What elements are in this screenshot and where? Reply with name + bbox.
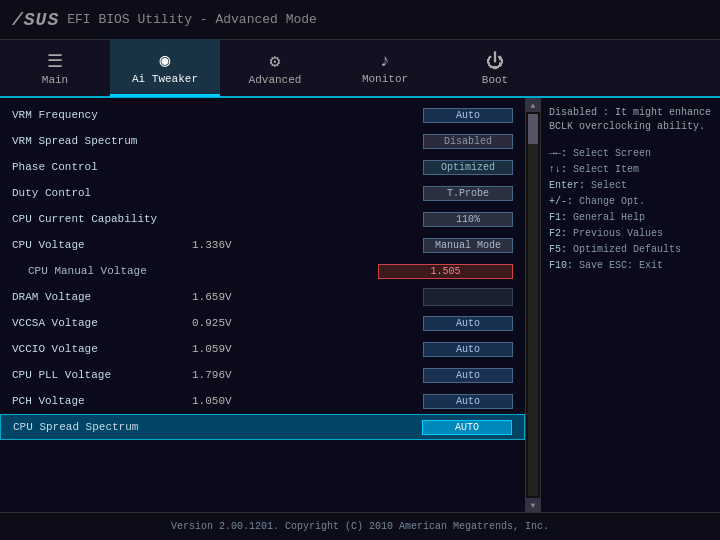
ctrl-input-6[interactable] (378, 264, 513, 279)
key-help-item-1: ↑↓: Select Item (549, 162, 712, 178)
row-value-7: 1.659V (192, 291, 252, 303)
row-value-10: 1.796V (192, 369, 252, 381)
bios-row-8[interactable]: VCCSA Voltage 0.925V Auto (0, 310, 525, 336)
row-label-9: VCCIO Voltage (12, 343, 192, 355)
row-control-0: Auto (423, 108, 513, 123)
key-3: +/-: (549, 196, 573, 207)
key-4: F1: (549, 212, 567, 223)
bios-row-2[interactable]: Phase Control Optimized (0, 154, 525, 180)
ctrl-btn-1[interactable]: Disabled (423, 134, 513, 149)
nav-tab-advanced[interactable]: ⚙ Advanced (220, 39, 330, 97)
key-6: F5: (549, 244, 567, 255)
bios-row-0[interactable]: VRM Frequency Auto (0, 102, 525, 128)
boot-icon: ⏻ (486, 51, 504, 72)
bios-row-5[interactable]: CPU Voltage 1.336V Manual Mode (0, 232, 525, 258)
ctrl-btn-3[interactable]: T.Probe (423, 186, 513, 201)
row-control-1: Disabled (423, 134, 513, 149)
nav-tab-main[interactable]: ☰ Main (0, 39, 110, 97)
row-control-4: 110% (423, 212, 513, 227)
row-value-5: 1.336V (192, 239, 252, 251)
bios-row-12[interactable]: CPU Spread Spectrum AUTO (0, 414, 525, 440)
bios-row-1[interactable]: VRM Spread Spectrum Disabled (0, 128, 525, 154)
ctrl-btn-4[interactable]: 110% (423, 212, 513, 227)
scroll-up-button[interactable]: ▲ (526, 98, 540, 112)
ctrl-btn-8[interactable]: Auto (423, 316, 513, 331)
ctrl-empty-7 (423, 288, 513, 306)
boot-label: Boot (482, 74, 508, 86)
key-help-item-3: +/-: Change Opt. (549, 194, 712, 210)
row-label-11: PCH Voltage (12, 395, 192, 407)
key-help-item-5: F2: Previous Values (549, 226, 712, 242)
row-label-4: CPU Current Capability (12, 213, 192, 225)
row-control-12: AUTO (422, 420, 512, 435)
row-control-11: Auto (423, 394, 513, 409)
nav-tab-monitor[interactable]: ♪ Monitor (330, 39, 440, 97)
key-1: ↑↓: (549, 164, 567, 175)
row-control-3: T.Probe (423, 186, 513, 201)
row-label-0: VRM Frequency (12, 109, 192, 121)
bios-row-7[interactable]: DRAM Voltage 1.659V (0, 284, 525, 310)
ai-tweaker-label: Ai Tweaker (132, 73, 198, 85)
row-label-6: CPU Manual Voltage (12, 265, 192, 277)
help-panel: Disabled : It might enhance BCLK overclo… (540, 98, 720, 512)
key-help-item-4: F1: General Help (549, 210, 712, 226)
asus-logo: /SUS (12, 10, 59, 30)
bios-row-3[interactable]: Duty Control T.Probe (0, 180, 525, 206)
ctrl-btn-12[interactable]: AUTO (422, 420, 512, 435)
bios-row-9[interactable]: VCCIO Voltage 1.059V Auto (0, 336, 525, 362)
row-control-5: Manual Mode (423, 238, 513, 253)
row-value-8: 0.925V (192, 317, 252, 329)
advanced-icon: ⚙ (270, 50, 281, 72)
row-label-2: Phase Control (12, 161, 192, 173)
row-label-5: CPU Voltage (12, 239, 192, 251)
key-help-item-6: F5: Optimized Defaults (549, 242, 712, 258)
row-control-9: Auto (423, 342, 513, 357)
row-label-8: VCCSA Voltage (12, 317, 192, 329)
help-description: Disabled : It might enhance BCLK overclo… (549, 106, 712, 134)
ctrl-btn-0[interactable]: Auto (423, 108, 513, 123)
key-help-item-0: →←: Select Screen (549, 146, 712, 162)
scrollbar[interactable]: ▲ ▼ (526, 98, 540, 512)
nav-tab-ai-tweaker[interactable]: ◉ Ai Tweaker (110, 39, 220, 97)
header-bar: /SUS EFI BIOS Utility - Advanced Mode (0, 0, 720, 40)
key-7: F10: (549, 260, 573, 271)
monitor-icon: ♪ (380, 51, 391, 71)
ctrl-btn-5[interactable]: Manual Mode (423, 238, 513, 253)
bios-row-11[interactable]: PCH Voltage 1.050V Auto (0, 388, 525, 414)
ctrl-btn-11[interactable]: Auto (423, 394, 513, 409)
key-0: →←: (549, 148, 567, 159)
ctrl-btn-9[interactable]: Auto (423, 342, 513, 357)
row-label-1: VRM Spread Spectrum (12, 135, 192, 147)
footer-text: Version 2.00.1201. Copyright (C) 2010 Am… (171, 521, 549, 532)
row-label-12: CPU Spread Spectrum (13, 421, 193, 433)
key-help-list: →←: Select Screen↑↓: Select ItemEnter: S… (549, 146, 712, 274)
row-control-10: Auto (423, 368, 513, 383)
key-2: Enter: (549, 180, 585, 191)
row-label-3: Duty Control (12, 187, 192, 199)
scroll-down-button[interactable]: ▼ (526, 498, 540, 512)
row-value-9: 1.059V (192, 343, 252, 355)
bios-row-10[interactable]: CPU PLL Voltage 1.796V Auto (0, 362, 525, 388)
row-label-7: DRAM Voltage (12, 291, 192, 303)
bios-row-6[interactable]: CPU Manual Voltage (0, 258, 525, 284)
ctrl-btn-2[interactable]: Optimized (423, 160, 513, 175)
row-control-6 (378, 264, 513, 279)
bios-row-4[interactable]: CPU Current Capability 110% (0, 206, 525, 232)
row-value-11: 1.050V (192, 395, 252, 407)
header-title: EFI BIOS Utility - Advanced Mode (67, 12, 317, 27)
ai-tweaker-icon: ◉ (160, 49, 171, 71)
ctrl-btn-10[interactable]: Auto (423, 368, 513, 383)
scroll-thumb[interactable] (528, 114, 538, 144)
row-control-7 (423, 288, 513, 306)
nav-tab-boot[interactable]: ⏻ Boot (440, 39, 550, 97)
advanced-label: Advanced (249, 74, 302, 86)
row-control-8: Auto (423, 316, 513, 331)
key-help-item-2: Enter: Select (549, 178, 712, 194)
key-help-item-7: F10: Save ESC: Exit (549, 258, 712, 274)
settings-panel: VRM Frequency Auto VRM Spread Spectrum D… (0, 98, 526, 512)
key-5: F2: (549, 228, 567, 239)
main-label: Main (42, 74, 68, 86)
row-label-10: CPU PLL Voltage (12, 369, 192, 381)
main-icon: ☰ (47, 50, 63, 72)
monitor-label: Monitor (362, 73, 408, 85)
